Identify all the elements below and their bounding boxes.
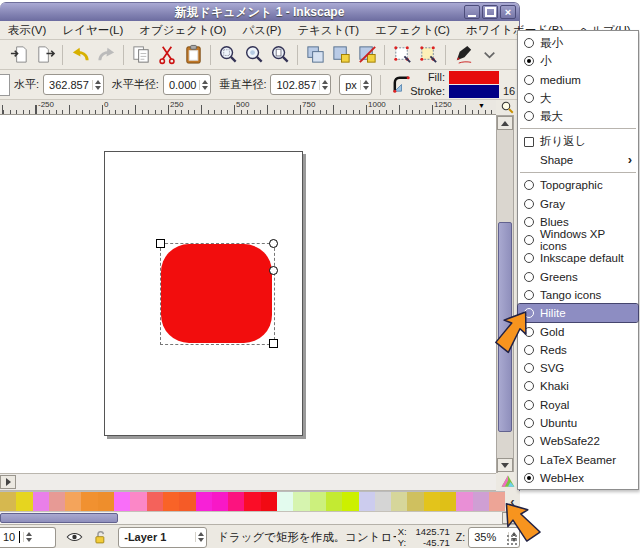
zoom-drawing-button[interactable] — [241, 42, 267, 68]
clone-button[interactable] — [328, 42, 354, 68]
palette-swatch[interactable] — [456, 492, 472, 512]
opacity-spinbox[interactable]: 10 — [0, 527, 56, 548]
palette-menu-item[interactable]: WebHex › — [518, 469, 638, 487]
palette-menu-item[interactable]: Khaki › — [518, 377, 638, 395]
menubar-item[interactable]: オブジェクト(O) — [131, 23, 234, 38]
menubar-item[interactable]: テキスト(T) — [289, 23, 367, 38]
value-spinbox[interactable]: 102.857 — [270, 74, 331, 95]
copy-button[interactable] — [128, 42, 154, 68]
palette-config-button[interactable] — [498, 472, 518, 491]
palette-swatch[interactable] — [212, 492, 228, 512]
resize-handle-bottom-right[interactable] — [269, 339, 278, 348]
titlebar[interactable]: 新規ドキュメント 1 - Inkscape × — [0, 3, 519, 21]
palette-swatch[interactable] — [391, 492, 407, 512]
export-button[interactable] — [32, 42, 58, 68]
palette-menu-item[interactable]: Gray › — [518, 194, 638, 212]
palette-swatch[interactable] — [65, 492, 81, 512]
paste-button[interactable] — [180, 42, 206, 68]
vertical-scrollbar[interactable] — [496, 115, 514, 473]
stepper-icon[interactable] — [23, 532, 32, 542]
palette-menu-item[interactable]: 最大 › — [518, 107, 638, 125]
value-spinbox[interactable]: 0.000 — [163, 74, 212, 95]
scroll-right-button[interactable] — [0, 475, 16, 489]
close-button[interactable]: × — [500, 5, 516, 19]
palette-swatch[interactable] — [342, 492, 358, 512]
zoom-corner-button[interactable] — [496, 100, 518, 115]
menubar-item[interactable]: パス(P) — [234, 23, 289, 38]
palette-swatch[interactable] — [130, 492, 146, 512]
zoom-selection-button[interactable] — [215, 42, 241, 68]
palette-menu-item[interactable]: 大 › — [518, 89, 638, 107]
unit-dropdown[interactable]: px — [339, 74, 372, 95]
palette-menu-item[interactable]: Royal › — [518, 396, 638, 414]
palette-swatch[interactable] — [244, 492, 260, 512]
palette-menu-item[interactable]: Tango icons › — [518, 286, 638, 304]
scroll-down-button[interactable] — [497, 458, 513, 472]
layer-lock-toggle[interactable] — [93, 530, 108, 545]
cut-button[interactable] — [154, 42, 180, 68]
fill-swatch[interactable] — [449, 71, 499, 84]
palette-swatch[interactable] — [163, 492, 179, 512]
horizontal-scrollbar[interactable] — [0, 473, 496, 491]
undo-button[interactable] — [67, 42, 93, 68]
palette-swatch[interactable] — [0, 492, 16, 512]
palette-menu-item[interactable]: WebSafe22 › — [518, 432, 638, 450]
corner-radius-handle-side[interactable] — [269, 266, 278, 275]
corner-radius-handle-top[interactable] — [269, 239, 278, 248]
palette-menu-item[interactable]: Topographic › — [518, 176, 638, 194]
stepper-icon[interactable] — [199, 80, 208, 90]
stepper-icon[interactable] — [319, 80, 328, 90]
palette-scrollbar[interactable] — [0, 511, 520, 524]
palette-menu-item[interactable]: Inkscape default › — [518, 249, 638, 267]
palette-menu-item[interactable]: › — [518, 125, 638, 132]
palette-menu-item[interactable]: Shape › — [518, 151, 638, 169]
find-original-button[interactable] — [415, 42, 441, 68]
horizontal-ruler[interactable]: -250025050075010001250 — [0, 100, 496, 115]
stepper-icon[interactable] — [360, 80, 369, 90]
menubar-item[interactable]: レイヤー(L) — [54, 23, 131, 38]
palette-swatch[interactable] — [179, 492, 195, 512]
redo-button[interactable] — [93, 42, 119, 68]
unlink-clone-button[interactable] — [354, 42, 380, 68]
palette-swatch[interactable] — [114, 492, 130, 512]
palette-swatch[interactable] — [277, 492, 293, 512]
palette-swatch[interactable] — [228, 492, 244, 512]
palette-swatch[interactable] — [33, 492, 49, 512]
menubar-item[interactable]: エフェクト(C) — [367, 23, 458, 38]
palette-menu-item[interactable]: Windows XP icons › — [518, 231, 638, 249]
palette-swatch[interactable] — [424, 492, 440, 512]
fill-stroke-indicator[interactable]: Fill: Stroke: 16 — [410, 70, 517, 100]
palette-menu-item[interactable]: Ubuntu › — [518, 414, 638, 432]
duplicate-button[interactable] — [302, 42, 328, 68]
palette-swatch[interactable] — [326, 492, 342, 512]
palette-menu-item[interactable]: 最小 › — [518, 34, 638, 52]
palette-swatch[interactable] — [407, 492, 423, 512]
palette-swatch[interactable] — [261, 492, 277, 512]
stepper-icon[interactable] — [195, 532, 204, 542]
palette-swatch[interactable] — [49, 492, 65, 512]
value-spinbox[interactable]: 362.857 — [43, 74, 104, 95]
palette-swatch[interactable] — [473, 492, 489, 512]
palette-swatch[interactable] — [81, 492, 97, 512]
layer-selector[interactable]: -Layer 1 — [118, 527, 207, 548]
palette-menu-item[interactable]: Greens › — [518, 268, 638, 286]
zoom-page-button[interactable] — [267, 42, 293, 68]
menubar-item[interactable]: 表示(V) — [0, 23, 54, 38]
edit-clone-button[interactable] — [389, 42, 415, 68]
resize-handle-top-left[interactable] — [156, 239, 165, 248]
palette-swatch[interactable] — [293, 492, 309, 512]
palette-menu-item[interactable]: 折り返し › — [518, 132, 638, 150]
stepper-icon[interactable] — [92, 80, 101, 90]
palette-swatch[interactable] — [98, 492, 114, 512]
palette-swatch[interactable] — [359, 492, 375, 512]
palette-menu-item[interactable]: LaTeX Beamer › — [518, 451, 638, 469]
palette-swatch[interactable] — [310, 492, 326, 512]
import-button[interactable] — [6, 42, 32, 68]
pen-button[interactable] — [450, 42, 476, 68]
palette-swatch[interactable] — [147, 492, 163, 512]
minimize-button[interactable] — [464, 5, 480, 19]
stroke-swatch[interactable] — [449, 85, 499, 98]
layer-visibility-toggle[interactable] — [66, 531, 83, 543]
palette-menu-item[interactable]: SVG › — [518, 359, 638, 377]
maximize-button[interactable] — [482, 5, 498, 19]
